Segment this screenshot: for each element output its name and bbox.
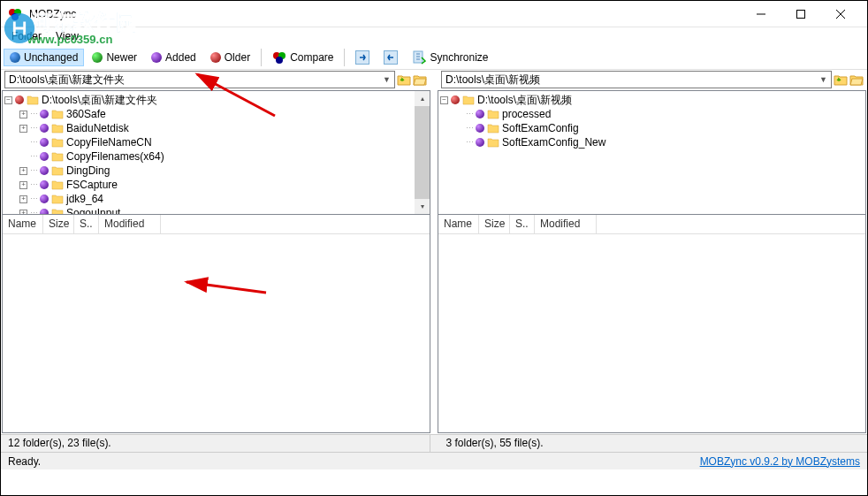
tree-expander-icon[interactable]: + (19, 111, 27, 118)
ball-purple-icon (476, 110, 484, 118)
col-s[interactable]: S.. (74, 215, 99, 233)
folder-up-icon[interactable] (834, 73, 848, 86)
scrollbar-vertical[interactable]: ▴ ▾ (415, 91, 430, 214)
tree-root[interactable]: −D:\tools\桌面\新视频 (440, 93, 864, 107)
maximize-button[interactable] (780, 1, 820, 27)
tree-expander-icon[interactable]: + (19, 210, 27, 216)
copy-left-button[interactable] (377, 48, 404, 67)
ball-purple-icon (40, 138, 49, 147)
synchronize-button[interactable]: Synchronize (406, 48, 494, 67)
ball-purple-icon (40, 152, 49, 161)
compare-button[interactable]: Compare (266, 49, 339, 66)
tree-expander-icon[interactable]: − (4, 96, 12, 104)
version-link[interactable]: MOBZync v0.9.2 by MOBZystems (700, 455, 860, 468)
left-status: 12 folder(s), 23 file(s). (1, 435, 430, 452)
tree-item[interactable]: ⋯processed (440, 107, 864, 121)
tree-expander-icon[interactable]: + (19, 125, 27, 133)
tree-item[interactable]: ⋯SoftExamConfig_New (440, 135, 864, 149)
left-pane: −D:\tools\桌面\新建文件夹+⋯360Safe+⋯BaiduNetdis… (2, 90, 430, 433)
ball-purple-icon (40, 124, 49, 133)
svg-rect-9 (796, 10, 804, 18)
close-button[interactable] (820, 1, 860, 27)
scroll-thumb[interactable] (415, 106, 430, 199)
right-status: 3 folder(s), 55 file(s). (439, 435, 868, 452)
ball-purple-icon (40, 209, 49, 215)
folder-open-icon[interactable] (849, 73, 864, 86)
scroll-up-icon[interactable]: ▴ (415, 91, 430, 106)
right-path-input[interactable]: D:\tools\桌面\新视频▼ (441, 71, 832, 88)
copy-right-button[interactable] (349, 48, 376, 67)
path-dropdown-icon[interactable]: ▼ (383, 75, 391, 84)
toolbar-separator (261, 49, 262, 66)
main-split: −D:\tools\桌面\新建文件夹+⋯360Safe+⋯BaiduNetdis… (1, 89, 867, 434)
ball-purple-icon (476, 124, 484, 133)
right-list[interactable]: Name Size S.. Modified (438, 215, 865, 432)
right-pane: −D:\tools\桌面\新视频⋯processed⋯SoftExamConfi… (438, 90, 866, 433)
tree-item[interactable]: +⋯jdk9_64 (4, 192, 428, 206)
compare-icon (272, 51, 286, 64)
app-status-bar: Ready. MOBZync v0.9.2 by MOBZystems (1, 452, 867, 469)
unchanged-button[interactable]: Unchanged (4, 49, 84, 66)
older-button[interactable]: Older (204, 49, 256, 66)
added-button[interactable]: Added (145, 49, 202, 66)
ball-red-icon (451, 95, 460, 104)
tree-item[interactable]: ⋯CopyFileNameCN (4, 135, 428, 149)
left-list[interactable]: Name Size S.. Modified (3, 215, 430, 432)
ball-purple-icon (40, 166, 49, 175)
tree-expander-icon[interactable]: + (19, 195, 27, 203)
ball-blue-icon (10, 52, 20, 63)
newer-button[interactable]: Newer (86, 49, 143, 66)
ball-red-icon (15, 95, 24, 104)
menu-folder[interactable]: Folder (4, 28, 49, 44)
right-pathbar: D:\tools\桌面\新视频▼ (438, 70, 867, 89)
tree-item[interactable]: +⋯360Safe (4, 107, 428, 121)
col-size[interactable]: Size (479, 215, 510, 233)
ball-red-icon (210, 52, 221, 63)
tree-item[interactable]: +⋯SogouInput (4, 206, 428, 215)
scroll-down-icon[interactable]: ▾ (415, 199, 430, 214)
pathbars: D:\tools\桌面\新建文件夹▼ D:\tools\桌面\新视频▼ (1, 70, 867, 89)
tree-item[interactable]: +⋯FSCapture (4, 178, 428, 192)
toolbar-separator (344, 49, 345, 66)
window-title: MOBZync (29, 8, 741, 20)
col-modified[interactable]: Modified (535, 215, 597, 233)
titlebar: MOBZync (1, 1, 867, 27)
col-s[interactable]: S.. (510, 215, 535, 233)
folder-status-bar: 12 folder(s), 23 file(s). 3 folder(s), 5… (1, 434, 867, 452)
svg-point-7 (11, 13, 19, 20)
tree-expander-icon[interactable]: + (19, 181, 27, 189)
minimize-button[interactable] (741, 1, 780, 27)
col-name[interactable]: Name (438, 215, 479, 233)
list-header: Name Size S.. Modified (438, 215, 865, 234)
arrow-right-icon (355, 50, 369, 65)
list-header: Name Size S.. Modified (3, 215, 430, 234)
tree-root[interactable]: −D:\tools\桌面\新建文件夹 (4, 93, 428, 107)
col-name[interactable]: Name (3, 215, 43, 233)
ball-purple-icon (40, 195, 49, 203)
menubar: Folder View (1, 27, 867, 45)
right-tree[interactable]: −D:\tools\桌面\新视频⋯processed⋯SoftExamConfi… (438, 91, 865, 215)
tree-expander-icon[interactable]: + (19, 167, 27, 175)
left-tree[interactable]: −D:\tools\桌面\新建文件夹+⋯360Safe+⋯BaiduNetdis… (3, 91, 430, 215)
left-pathbar: D:\tools\桌面\新建文件夹▼ (1, 70, 430, 89)
path-dropdown-icon[interactable]: ▼ (819, 75, 827, 84)
tree-item[interactable]: +⋯BaiduNetdisk (4, 121, 428, 135)
left-path-input[interactable]: D:\tools\桌面\新建文件夹▼ (4, 71, 395, 88)
app-icon (8, 7, 22, 21)
folder-up-icon[interactable] (397, 73, 411, 86)
svg-point-14 (276, 57, 283, 64)
ball-purple-icon (476, 138, 484, 147)
status-ready: Ready. (8, 455, 41, 468)
folder-open-icon[interactable] (413, 73, 427, 86)
toolbar: Unchanged Newer Added Older Compare Sync… (1, 45, 867, 70)
col-modified[interactable]: Modified (99, 215, 161, 233)
ball-purple-icon (40, 180, 49, 189)
ball-purple-icon (151, 52, 162, 63)
col-size[interactable]: Size (43, 215, 74, 233)
menu-view[interactable]: View (49, 28, 86, 44)
sync-icon (412, 50, 426, 65)
tree-item[interactable]: ⋯SoftExamConfig (440, 121, 864, 135)
tree-item[interactable]: ⋯CopyFilenames(x64) (4, 149, 428, 164)
tree-expander-icon[interactable]: − (440, 96, 448, 104)
tree-item[interactable]: +⋯DingDing (4, 164, 428, 178)
